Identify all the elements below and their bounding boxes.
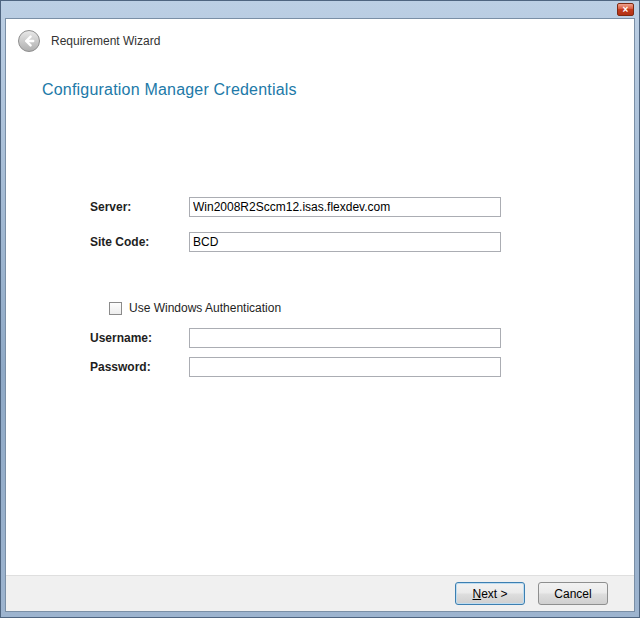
page-title: Configuration Manager Credentials [42,81,297,99]
server-input[interactable] [189,197,501,217]
server-row: Server: [90,197,501,217]
title-bar: × [5,1,635,18]
site-code-row: Site Code: [90,232,501,252]
windows-auth-row: Use Windows Authentication [109,301,281,315]
back-button[interactable] [17,29,41,53]
windows-auth-checkbox[interactable] [109,302,122,315]
footer-bar: Next > Cancel [6,575,634,611]
windows-auth-label[interactable]: Use Windows Authentication [129,301,281,315]
username-input[interactable] [189,328,501,348]
next-button[interactable]: Next > [455,582,525,605]
password-label: Password: [90,360,189,374]
password-row: Password: [90,357,501,377]
wizard-header: Requirement Wizard [6,19,634,63]
username-label: Username: [90,331,189,345]
site-code-label: Site Code: [90,235,189,249]
cancel-button[interactable]: Cancel [538,582,608,605]
password-input[interactable] [189,357,501,377]
main-panel: Configuration Manager Credentials Server… [6,63,634,575]
server-label: Server: [90,200,189,214]
close-icon[interactable]: × [617,3,634,16]
next-button-rest: ext > [481,587,507,601]
wizard-title: Requirement Wizard [51,34,160,48]
next-button-accel: N [472,587,481,601]
wizard-window: × Requirement Wizard Configuration Manag… [0,0,640,618]
site-code-input[interactable] [189,232,501,252]
window-content: Requirement Wizard Configuration Manager… [5,18,635,612]
username-row: Username: [90,328,501,348]
